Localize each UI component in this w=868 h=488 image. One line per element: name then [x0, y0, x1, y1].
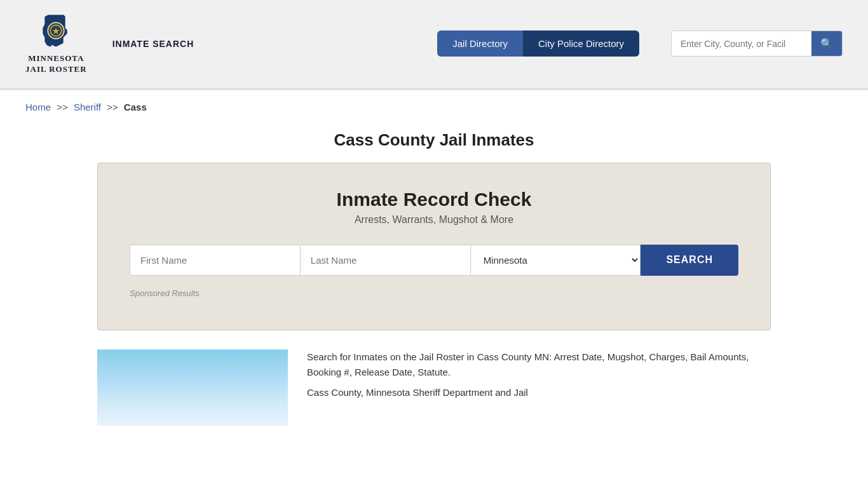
breadcrumb-home[interactable]: Home [25, 102, 51, 112]
record-search-button[interactable]: SEARCH [641, 245, 738, 276]
content-text: Search for Inmates on the Jail Roster in… [307, 349, 771, 426]
breadcrumb-current: Cass [124, 102, 147, 112]
last-name-input[interactable] [301, 245, 471, 276]
content-section: Search for Inmates on the Jail Roster in… [97, 349, 771, 445]
content-image [97, 349, 288, 426]
city-police-directory-button[interactable]: City Police Directory [523, 30, 639, 57]
record-check-section: Inmate Record Check Arrests, Warrants, M… [97, 163, 771, 330]
search-icon: 🔍 [820, 38, 833, 49]
jail-directory-button[interactable]: Jail Directory [437, 30, 523, 57]
breadcrumb-sheriff[interactable]: Sheriff [74, 102, 101, 112]
mn-map-icon [37, 13, 75, 51]
inmate-search-form: Minnesota SEARCH [130, 245, 738, 276]
breadcrumb: Home >> Sheriff >> Cass [0, 90, 868, 124]
site-logo[interactable]: MINNESOTAJAIL ROSTER [25, 13, 87, 75]
header-search-input[interactable] [672, 32, 811, 55]
inmate-search-link[interactable]: INMATE SEARCH [112, 39, 194, 49]
content-paragraph-1: Search for Inmates on the Jail Roster in… [307, 349, 771, 380]
header-search-button[interactable]: 🔍 [811, 31, 842, 56]
header-search-bar: 🔍 [671, 30, 843, 57]
nav-buttons: Jail Directory City Police Directory [437, 30, 639, 57]
record-check-subtitle: Arrests, Warrants, Mugshot & More [130, 214, 738, 226]
sky-background [97, 349, 288, 426]
first-name-input[interactable] [130, 245, 301, 276]
state-select[interactable]: Minnesota [471, 245, 641, 276]
site-header: MINNESOTAJAIL ROSTER INMATE SEARCH Jail … [0, 0, 868, 88]
breadcrumb-sep-2: >> [107, 102, 118, 112]
sponsored-label: Sponsored Results [130, 288, 738, 298]
page-title: Cass County Jail Inmates [0, 124, 868, 163]
site-logo-text: MINNESOTAJAIL ROSTER [25, 53, 87, 75]
content-paragraph-2: Cass County, Minnesota Sheriff Departmen… [307, 385, 771, 400]
record-check-title: Inmate Record Check [130, 189, 738, 210]
breadcrumb-sep-1: >> [57, 102, 68, 112]
